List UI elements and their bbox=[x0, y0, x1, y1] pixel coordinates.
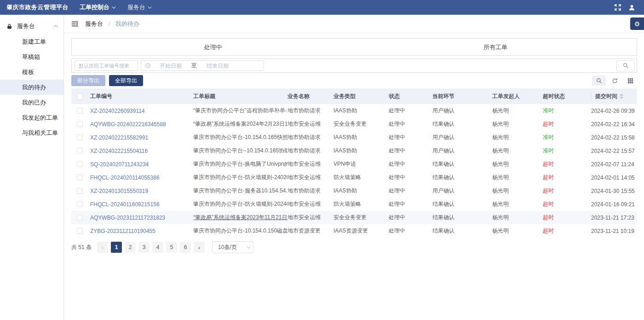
order-initiator: 杨光明 bbox=[492, 227, 543, 235]
order-title[interactable]: “肇政易”系统运维备案2023年11月21日16点00... bbox=[193, 214, 288, 221]
column-header-current-step: 当前环节 bbox=[432, 93, 492, 100]
order-title[interactable]: “肇政易”系统运维备案2024年2月23日18点00分... bbox=[193, 120, 288, 128]
order-title[interactable]: 肇庆市协同办公平台-换电脑了Univpn的MAC地... bbox=[193, 160, 288, 168]
page-button[interactable]: 5 bbox=[166, 242, 177, 253]
current-step: 用户确认 bbox=[432, 107, 492, 115]
date-range-picker[interactable]: 至 bbox=[141, 60, 264, 71]
pagination: 共 51 条 ‹ 123456 › 10条/页 bbox=[71, 241, 637, 253]
order-title[interactable]: 肇庆市协同办公平台-防火墙规则-240201 bbox=[193, 174, 288, 181]
table-row[interactable]: AQYWBG-2024022216345588 “肇政易”系统运维备案2024年… bbox=[71, 117, 637, 131]
next-page-button[interactable]: › bbox=[194, 242, 205, 253]
search-button[interactable] bbox=[616, 60, 635, 71]
row-checkbox[interactable] bbox=[77, 188, 83, 194]
order-title[interactable]: 肇庆市协同办公平台-10.154.0.150磁盘扩容20... bbox=[193, 227, 288, 235]
order-id-link[interactable]: AQYWBG-2023112117231823 bbox=[90, 215, 165, 221]
order-id-link[interactable]: XZ-2024022215504116 bbox=[90, 148, 148, 154]
table-row[interactable]: AQYWBG-2023112117231823 “肇政易”系统运维备案2023年… bbox=[71, 211, 637, 224]
order-id-link[interactable]: FHQCL-2024020114055386 bbox=[90, 175, 160, 181]
current-step: 结果确认 bbox=[432, 214, 492, 221]
row-checkbox[interactable] bbox=[77, 148, 83, 154]
table-toolbar: 部分导出 全部导出 bbox=[71, 75, 637, 87]
partial-export-button[interactable]: 部分导出 bbox=[71, 75, 105, 86]
order-id-link[interactable]: XZ-202402260939114 bbox=[90, 108, 145, 114]
row-checkbox[interactable] bbox=[77, 215, 83, 221]
order-id-link[interactable]: SQ-2024020711243234 bbox=[90, 161, 149, 168]
sidebar-item[interactable]: 我的已办 bbox=[0, 95, 63, 110]
order-id-link[interactable]: FHQCL-2024011609215156 bbox=[90, 201, 160, 208]
sidebar-item[interactable]: 模板 bbox=[0, 64, 63, 80]
page-button[interactable]: 4 bbox=[152, 242, 163, 253]
start-date-input[interactable] bbox=[151, 63, 190, 69]
fullscreen-icon[interactable] bbox=[611, 0, 625, 15]
row-checkbox[interactable] bbox=[77, 108, 83, 114]
breadcrumb-separator: / bbox=[109, 20, 110, 27]
order-id-link[interactable]: XZ-2024022215582991 bbox=[90, 134, 148, 141]
column-header-label: 提交时间 bbox=[595, 93, 617, 100]
business-name: 地市协助请求 bbox=[288, 134, 334, 141]
order-initiator: 杨光明 bbox=[492, 160, 543, 168]
end-date-input[interactable] bbox=[198, 63, 237, 69]
order-title[interactable]: 肇庆市协同办公平台-防火墙规则-20240116 bbox=[193, 200, 288, 208]
nav-menu-service-desk[interactable]: 服务台 bbox=[121, 0, 157, 15]
table-row[interactable]: XZ-2024022215582991 肇庆市协同办公平台-10.154.0.1… bbox=[71, 131, 637, 144]
row-checkbox[interactable] bbox=[77, 121, 83, 127]
full-export-button[interactable]: 全部导出 bbox=[109, 75, 143, 86]
collapse-menu-icon[interactable] bbox=[71, 21, 79, 27]
page-button[interactable]: 1 bbox=[111, 242, 122, 253]
settings-button[interactable]: ⚙ bbox=[630, 17, 644, 30]
sidebar-item[interactable]: 新建工单 bbox=[0, 34, 63, 49]
user-icon[interactable] bbox=[625, 0, 638, 15]
row-checkbox[interactable] bbox=[77, 134, 83, 140]
page-buttons: 123456 bbox=[111, 242, 191, 253]
sidebar-item[interactable]: 与我相关工单 bbox=[0, 125, 63, 140]
table-row[interactable]: XZ-2024013015550319 肇庆市协同办公平台-服务器10.154.… bbox=[71, 184, 637, 198]
select-all-checkbox[interactable] bbox=[77, 93, 83, 99]
sidebar-item[interactable]: 我的待办 bbox=[0, 80, 63, 95]
page-button[interactable]: 6 bbox=[180, 242, 191, 253]
order-id-link[interactable]: XZ-2024013015550319 bbox=[90, 188, 148, 194]
business-type: 防火墙策略 bbox=[334, 200, 389, 208]
sidebar-item-label: 我的待办 bbox=[22, 84, 46, 91]
row-checkbox[interactable] bbox=[77, 161, 83, 167]
sidebar-item[interactable]: 我发起的工单 bbox=[0, 110, 63, 125]
order-id-link[interactable]: ZYBG-2023112110190455 bbox=[90, 228, 155, 234]
nav-menu-label: 工单控制台 bbox=[80, 3, 109, 12]
tab-processing[interactable]: 处理中 bbox=[72, 39, 354, 55]
page-size-select[interactable]: 10条/页 bbox=[212, 241, 253, 253]
current-step: 用户确认 bbox=[432, 187, 492, 195]
order-title[interactable]: 肇庆市协同办公平台--10.154.0.165协助打快照... bbox=[193, 147, 288, 155]
current-step: 用户确认 bbox=[432, 134, 492, 141]
refresh-button[interactable] bbox=[608, 76, 621, 86]
order-id-link[interactable]: AQYWBG-2024022216345588 bbox=[90, 121, 166, 128]
breadcrumb: 服务台 / 我的待办 bbox=[85, 20, 139, 28]
table-row[interactable]: FHQCL-2024011609215156 肇庆市协同办公平台-防火墙规则-2… bbox=[71, 198, 637, 211]
sidebar-group-service-desk[interactable]: 服务台 bbox=[0, 18, 63, 34]
table-row[interactable]: XZ-202402260939114 “肇庆市协同办公平台”远程协助单补单-20… bbox=[71, 104, 637, 117]
filter-panel: 至 bbox=[71, 58, 637, 73]
order-title[interactable]: 肇庆市协同办公平台-服务器10.154.54.18机重... bbox=[193, 187, 288, 195]
submit-time: 2024-02-22 15:57 bbox=[591, 148, 637, 154]
table-row[interactable]: SQ-2024020711243234 肇庆市协同办公平台-换电脑了Univpn… bbox=[71, 157, 637, 171]
order-title[interactable]: 肇庆市协同办公平台-10.154.0.165快照恢复(可... bbox=[193, 134, 288, 141]
page-button[interactable]: 3 bbox=[138, 242, 150, 253]
business-type: IAAS协助 bbox=[334, 134, 389, 141]
sort-icons[interactable] bbox=[620, 93, 623, 99]
column-header-status: 状态 bbox=[389, 93, 432, 100]
search-input[interactable] bbox=[75, 60, 138, 71]
order-initiator: 杨光明 bbox=[492, 147, 543, 155]
nav-menu-workorder-console[interactable]: 工单控制台 bbox=[73, 0, 121, 15]
table-row[interactable]: ZYBG-2023112110190455 肇庆市协同办公平台-10.154.0… bbox=[71, 224, 637, 238]
prev-page-button[interactable]: ‹ bbox=[97, 242, 108, 253]
breadcrumb-root[interactable]: 服务台 bbox=[85, 20, 103, 27]
page-button[interactable]: 2 bbox=[125, 242, 136, 253]
tab-all-orders[interactable]: 所有工单 bbox=[354, 39, 637, 55]
row-checkbox[interactable] bbox=[77, 228, 83, 234]
column-settings-button[interactable] bbox=[623, 76, 637, 86]
table-row[interactable]: FHQCL-2024020114055386 肇庆市协同办公平台-防火墙规则-2… bbox=[71, 171, 637, 184]
sidebar-item[interactable]: 草稿箱 bbox=[0, 49, 63, 64]
order-title[interactable]: “肇庆市协同办公平台”远程协助单补单-20240226 bbox=[193, 107, 288, 115]
row-checkbox[interactable] bbox=[77, 175, 83, 180]
row-checkbox[interactable] bbox=[77, 201, 83, 207]
table-row[interactable]: XZ-2024022215504116 肇庆市协同办公平台--10.154.0.… bbox=[71, 144, 637, 157]
toggle-search-button[interactable] bbox=[592, 76, 606, 86]
